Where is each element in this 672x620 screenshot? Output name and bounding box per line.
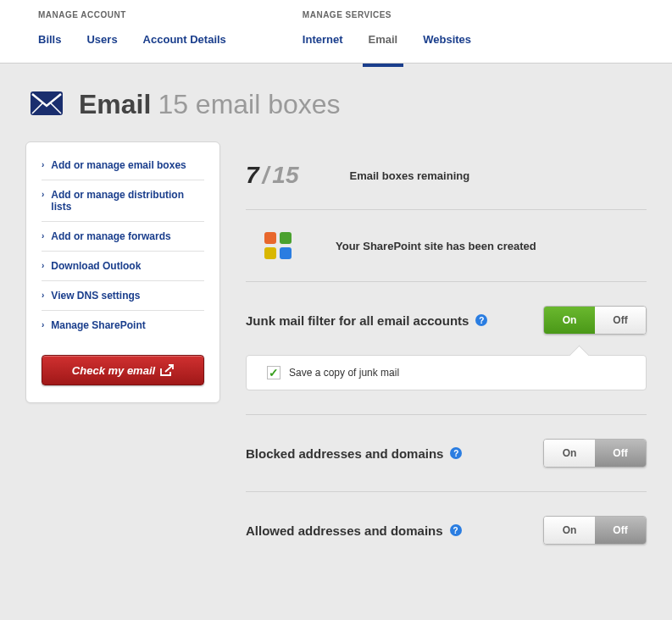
junk-toggle-on[interactable]: On <box>544 307 595 334</box>
chevron-right-icon: › <box>42 230 44 242</box>
external-link-icon <box>160 364 174 376</box>
sidebar-item-email-boxes[interactable]: ›Add or manage email boxes <box>42 159 204 180</box>
blocked-toggle-on[interactable]: On <box>544 440 595 467</box>
junk-filter-toggle: On Off <box>543 306 647 335</box>
email-boxes-remaining-row: 7 / 15 Email boxes remaining <box>246 141 647 210</box>
office-icon <box>263 230 293 261</box>
sidebar-item-manage-sharepoint[interactable]: ›Manage SharePoint <box>42 311 204 340</box>
mail-icon <box>30 91 64 119</box>
svg-rect-0 <box>31 91 63 115</box>
svg-rect-4 <box>280 247 292 259</box>
sidebar-item-label: Download Outlook <box>51 260 141 272</box>
nav-group-services-label: MANAGE SERVICES <box>290 10 484 19</box>
check-email-label: Check my email <box>72 364 155 377</box>
nav-group-account-label: MANAGE ACCOUNT <box>25 10 239 19</box>
sharepoint-status-row: Your SharePoint site has been created <box>246 210 647 282</box>
page-header: Email 15 email boxes <box>0 64 672 141</box>
sharepoint-message: Your SharePoint site has been created <box>336 240 536 252</box>
tab-bills[interactable]: Bills <box>25 33 74 46</box>
tab-websites[interactable]: Websites <box>410 33 484 46</box>
sidebar-item-label: Add or manage email boxes <box>51 159 186 171</box>
allowed-toggle: On Off <box>543 516 647 545</box>
sidebar-item-forwards[interactable]: ›Add or manage forwards <box>42 222 204 252</box>
help-icon[interactable]: ? <box>450 447 462 459</box>
help-icon[interactable]: ? <box>450 524 462 536</box>
help-icon[interactable]: ? <box>475 314 487 326</box>
svg-rect-3 <box>264 247 276 259</box>
chevron-right-icon: › <box>42 290 44 302</box>
count-separator: / <box>263 162 269 189</box>
chevron-right-icon: › <box>42 319 44 331</box>
save-junk-label: Save a copy of junk mail <box>289 367 399 379</box>
allowed-toggle-on[interactable]: On <box>544 517 595 544</box>
sidebar-item-distribution-lists[interactable]: ›Add or manage distribution lists <box>42 180 204 222</box>
check-email-button[interactable]: Check my email <box>42 355 204 385</box>
email-boxes-label: Email boxes remaining <box>350 169 470 182</box>
email-boxes-total: 15 <box>272 162 298 189</box>
blocked-toggle-off[interactable]: Off <box>595 440 646 467</box>
svg-rect-2 <box>280 232 292 244</box>
blocked-toggle: On Off <box>543 439 647 468</box>
tab-email[interactable]: Email <box>356 33 411 46</box>
chevron-right-icon: › <box>42 159 44 171</box>
sidebar-item-label: Add or manage forwards <box>51 230 170 242</box>
nav-group-services: MANAGE SERVICES Internet Email Websites <box>290 0 484 63</box>
chevron-right-icon: › <box>42 189 44 201</box>
svg-rect-1 <box>264 232 276 244</box>
sidebar-item-download-outlook[interactable]: ›Download Outlook <box>42 252 204 281</box>
save-junk-checkbox[interactable]: ✓ <box>267 366 280 379</box>
email-boxes-used: 7 <box>246 162 259 189</box>
sidebar: ›Add or manage email boxes ›Add or manag… <box>25 141 220 403</box>
page-title: Email <box>79 89 151 120</box>
blocked-addresses-section: Blocked addresses and domains ? On Off <box>246 415 647 492</box>
junk-filter-title: Junk mail filter for all email accounts <box>246 313 469 328</box>
allowed-addresses-section: Allowed addresses and domains ? On Off <box>246 492 647 568</box>
sidebar-item-label: View DNS settings <box>51 290 140 302</box>
junk-toggle-off[interactable]: Off <box>595 307 646 334</box>
content-area: 7 / 15 Email boxes remaining Your ShareP… <box>246 141 647 568</box>
nav-group-account: MANAGE ACCOUNT Bills Users Account Detai… <box>25 0 239 63</box>
junk-filter-section: Junk mail filter for all email accounts … <box>246 282 647 415</box>
sidebar-item-dns-settings[interactable]: ›View DNS settings <box>42 281 204 311</box>
save-junk-copy-option: ✓ Save a copy of junk mail <box>246 355 647 390</box>
sidebar-item-label: Add or manage distribution lists <box>51 189 204 213</box>
sidebar-item-label: Manage SharePoint <box>51 319 145 331</box>
top-navigation: MANAGE ACCOUNT Bills Users Account Detai… <box>0 0 672 64</box>
allowed-title: Allowed addresses and domains <box>246 523 443 538</box>
tab-users[interactable]: Users <box>74 33 130 46</box>
chevron-right-icon: › <box>42 260 44 272</box>
page-subtitle: 15 email boxes <box>158 89 340 120</box>
tab-internet[interactable]: Internet <box>290 33 356 46</box>
blocked-title: Blocked addresses and domains <box>246 446 443 461</box>
allowed-toggle-off[interactable]: Off <box>595 517 646 544</box>
tab-account-details[interactable]: Account Details <box>131 33 239 46</box>
